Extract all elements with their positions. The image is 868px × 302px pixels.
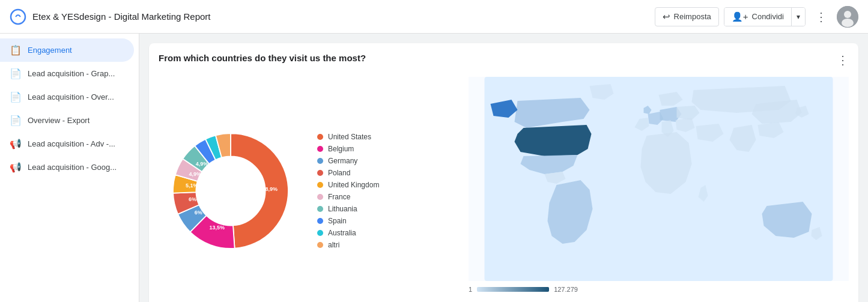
donut-svg: 48,9%13,5%6%6%5,1%4,9%4,9% bbox=[159, 119, 303, 263]
donut-label-united-states: 48,9% bbox=[262, 186, 278, 192]
sidebar-item-lead-graph[interactable]: 📄 Lead acquisition - Grap... bbox=[0, 62, 134, 85]
avatar-icon bbox=[837, 6, 858, 28]
countries-card: From which countries do they visit us th… bbox=[149, 43, 858, 302]
main-content: From which countries do they visit us th… bbox=[139, 34, 868, 302]
header-right: ↩ Reimposta 👤+ Condividi ▾ ⋮ bbox=[655, 6, 858, 28]
legend-item-belgium: Belgium bbox=[317, 145, 379, 153]
more-options-button[interactable]: ⋮ bbox=[810, 6, 832, 28]
legend-label: United States bbox=[328, 133, 371, 141]
sidebar-icon-lead-goog: 📢 bbox=[10, 162, 22, 173]
donut-label-france: 4,9% bbox=[189, 171, 202, 177]
scale-max: 127.279 bbox=[554, 286, 578, 293]
reimposta-label: Reimposta bbox=[674, 12, 711, 21]
sidebar-icon-lead-graph: 📄 bbox=[10, 68, 22, 79]
sidebar-icon-overview-export: 📄 bbox=[10, 115, 22, 126]
map-svg bbox=[469, 77, 849, 281]
chart-area: 48,9%13,5%6%6%5,1%4,9%4,9% United States… bbox=[159, 77, 849, 302]
condividi-button[interactable]: 👤+ Condividi bbox=[724, 8, 791, 26]
card-header: From which countries do they visit us th… bbox=[159, 53, 849, 67]
sidebar-label-overview-export: Overview - Export bbox=[28, 116, 90, 125]
legend-dot bbox=[317, 158, 323, 164]
card-title: From which countries do they visit us th… bbox=[159, 53, 366, 63]
legend-label: Belgium bbox=[328, 145, 354, 153]
donut-chart: 48,9%13,5%6%6%5,1%4,9%4,9% bbox=[159, 119, 303, 263]
legend-label: Lithuania bbox=[328, 205, 357, 213]
sidebar-label-lead-goog: Lead acquisition - Goog... bbox=[28, 163, 117, 172]
scale-bar bbox=[477, 287, 549, 292]
user-avatar[interactable] bbox=[837, 6, 858, 28]
donut-label-poland: 6% bbox=[189, 196, 196, 202]
sidebar-label-lead-over: Lead acquisition - Over... bbox=[28, 92, 114, 101]
legend-dot bbox=[317, 182, 323, 188]
legend-item-france: France bbox=[317, 193, 379, 201]
main-layout: 📋 Engagement 📄 Lead acquisition - Grap..… bbox=[0, 34, 868, 302]
reimposta-button[interactable]: ↩ Reimposta bbox=[655, 7, 719, 26]
condividi-label: Condividi bbox=[752, 12, 784, 21]
legend-label: Poland bbox=[328, 169, 350, 177]
map-section: 1 127.279 bbox=[469, 77, 849, 302]
condividi-group: 👤+ Condividi ▾ bbox=[724, 7, 806, 26]
condividi-icon: 👤+ bbox=[732, 11, 748, 22]
donut-label-germany: 6% bbox=[195, 210, 202, 216]
sidebar-icon-engagement: 📋 bbox=[10, 44, 22, 56]
legend-item-poland: Poland bbox=[317, 169, 379, 177]
legend-dot bbox=[317, 170, 323, 176]
legend-item-australia: Australia bbox=[317, 229, 379, 237]
legend-item-united-states: United States bbox=[317, 133, 379, 141]
legend-label: Australia bbox=[328, 229, 356, 237]
legend-dot bbox=[317, 242, 323, 248]
legend-dot bbox=[317, 230, 323, 236]
legend-item-united-kingdom: United Kingdom bbox=[317, 181, 379, 189]
legend-label: Spain bbox=[328, 217, 347, 225]
legend-item-spain: Spain bbox=[317, 217, 379, 225]
legend-item-altri: altri bbox=[317, 241, 379, 249]
header: Etex & YESdesign - Digital Marketing Rep… bbox=[0, 0, 868, 34]
donut-label-belgium: 13,5% bbox=[210, 225, 225, 231]
header-left: Etex & YESdesign - Digital Marketing Rep… bbox=[10, 8, 211, 25]
donut-label-united-kingdom: 5,1% bbox=[186, 183, 198, 189]
svg-point-3 bbox=[842, 19, 854, 27]
sidebar: 📋 Engagement 📄 Lead acquisition - Grap..… bbox=[0, 34, 139, 302]
donut-section: 48,9%13,5%6%6%5,1%4,9%4,9% United States… bbox=[159, 77, 459, 302]
sidebar-label-lead-adv: Lead acquisition - Adv -... bbox=[28, 139, 115, 148]
sidebar-item-overview-export[interactable]: 📄 Overview - Export bbox=[0, 109, 134, 132]
world-map bbox=[469, 77, 849, 281]
reimposta-icon: ↩ bbox=[663, 11, 670, 22]
legend-label: United Kingdom bbox=[328, 181, 379, 189]
donut-label-lithuania: 4,9% bbox=[196, 161, 208, 167]
map-scale: 1 127.279 bbox=[469, 286, 849, 293]
page-title: Etex & YESdesign - Digital Marketing Rep… bbox=[32, 11, 211, 22]
sidebar-item-lead-over[interactable]: 📄 Lead acquisition - Over... bbox=[0, 85, 134, 109]
legend-label: France bbox=[328, 193, 350, 201]
legend-label: Germany bbox=[328, 157, 357, 165]
card-more-button[interactable]: ⋮ bbox=[837, 53, 849, 67]
legend-item-germany: Germany bbox=[317, 157, 379, 165]
scale-min: 1 bbox=[469, 286, 472, 293]
app-logo bbox=[10, 8, 26, 25]
svg-point-2 bbox=[844, 11, 851, 18]
legend-dot bbox=[317, 146, 323, 152]
legend-dot bbox=[317, 134, 323, 140]
chart-legend: United States Belgium Germany Poland Uni… bbox=[317, 133, 379, 249]
sidebar-item-lead-adv[interactable]: 📢 Lead acquisition - Adv -... bbox=[0, 132, 134, 156]
donut-segment-united-states bbox=[231, 133, 288, 249]
legend-item-lithuania: Lithuania bbox=[317, 205, 379, 213]
sidebar-item-engagement[interactable]: 📋 Engagement bbox=[0, 38, 134, 62]
legend-label: altri bbox=[328, 241, 339, 249]
sidebar-item-lead-goog[interactable]: 📢 Lead acquisition - Goog... bbox=[0, 156, 134, 179]
legend-dot bbox=[317, 218, 323, 224]
sidebar-icon-lead-adv: 📢 bbox=[10, 138, 22, 149]
condividi-dropdown-button[interactable]: ▾ bbox=[791, 8, 805, 26]
legend-dot bbox=[317, 206, 323, 212]
sidebar-icon-lead-over: 📄 bbox=[10, 91, 22, 103]
svg-point-0 bbox=[11, 10, 25, 24]
sidebar-label-engagement: Engagement bbox=[28, 46, 72, 55]
legend-dot bbox=[317, 194, 323, 200]
sidebar-label-lead-graph: Lead acquisition - Grap... bbox=[28, 69, 115, 78]
